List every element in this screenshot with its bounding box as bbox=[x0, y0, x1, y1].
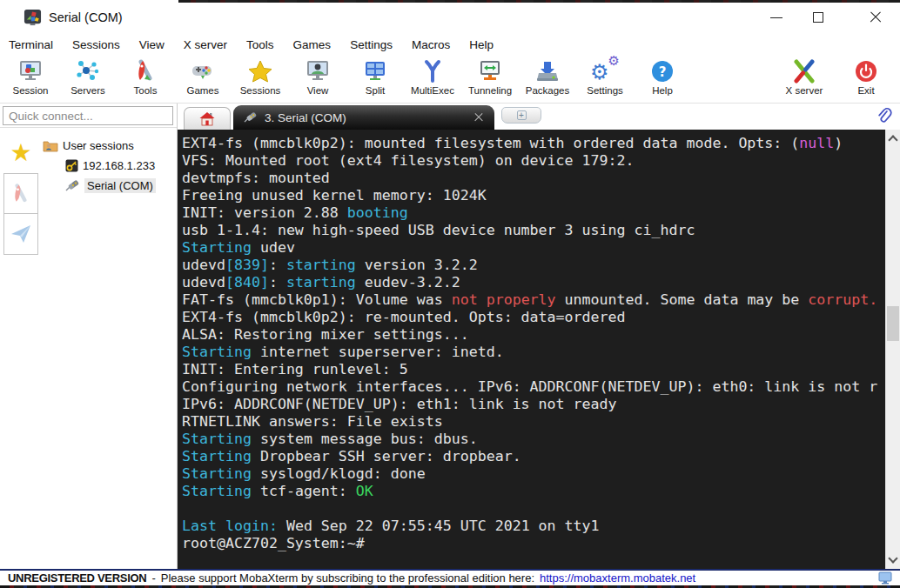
tree-label: Serial (COM) bbox=[84, 178, 156, 193]
svg-text:?: ? bbox=[659, 63, 667, 79]
status-monitor-icon bbox=[878, 571, 892, 585]
main-area: ★ bbox=[0, 104, 900, 569]
terminal-scrollbar[interactable] bbox=[885, 130, 900, 569]
mobaxterm-logo-icon bbox=[24, 9, 42, 27]
servers-icon bbox=[75, 57, 101, 84]
scrollbar-thumb[interactable] bbox=[887, 306, 899, 341]
toolbar-label: Packages bbox=[526, 85, 570, 96]
tree-item-ssh-session[interactable]: 192.168.1.233 bbox=[41, 156, 177, 176]
toolbar-tools-button[interactable]: Tools bbox=[117, 57, 174, 96]
multiexec-icon bbox=[420, 57, 446, 84]
toolbar-session-button[interactable]: Session bbox=[2, 57, 59, 96]
view-icon bbox=[305, 57, 331, 84]
clipped-content-strip-top bbox=[178, 0, 900, 3]
toolbar-games-button[interactable]: Games bbox=[174, 57, 232, 96]
toolbar-label: Tunneling bbox=[468, 85, 512, 96]
scroll-up-icon[interactable] bbox=[888, 135, 897, 144]
toolbar-label: Exit bbox=[857, 85, 874, 96]
tools-knife-icon bbox=[132, 57, 158, 84]
packages-icon bbox=[534, 57, 561, 84]
toolbar-view-button[interactable]: View bbox=[289, 57, 346, 96]
session-icon bbox=[17, 57, 44, 84]
serial-plug-icon bbox=[244, 111, 258, 124]
games-icon bbox=[189, 57, 217, 84]
scroll-down-icon[interactable] bbox=[888, 553, 897, 563]
tree-label: 192.168.1.233 bbox=[83, 159, 155, 172]
exit-power-icon bbox=[854, 57, 878, 84]
sessions-star-icon bbox=[247, 57, 273, 84]
toolbar-label: Split bbox=[366, 85, 385, 96]
toolbar-multiexec-button[interactable]: MultiExec bbox=[404, 57, 461, 96]
menu-item-games[interactable]: Games bbox=[284, 38, 341, 51]
toolbar-tunneling-button[interactable]: Tunneling bbox=[461, 57, 519, 96]
paper-plane-icon bbox=[10, 224, 32, 244]
sidebar-sessions-star-button[interactable]: ★ bbox=[3, 132, 38, 173]
window-title: Serial (COM) bbox=[49, 10, 123, 24]
tree-root-user-sessions[interactable]: User sessions bbox=[41, 136, 177, 156]
unregistered-version-label: UNREGISTERED VERSION bbox=[8, 571, 146, 585]
terminal-wrapper: EXT4-fs (mmcblk0p2): mounted filesystem … bbox=[178, 130, 900, 569]
status-separator: - bbox=[151, 571, 155, 585]
menu-item-xserver[interactable]: X server bbox=[174, 38, 237, 51]
toolbar-sessions-button[interactable]: Sessions bbox=[232, 57, 289, 96]
help-icon: ? bbox=[650, 57, 675, 84]
sidebar-body: ★ bbox=[0, 127, 177, 569]
tree-item-serial-session[interactable]: Serial (COM) bbox=[41, 176, 177, 196]
terminal-output[interactable]: EXT4-fs (mmcblk0p2): mounted filesystem … bbox=[178, 130, 885, 569]
toolbar-label: Help bbox=[652, 85, 673, 96]
toolbar-help-button[interactable]: ? Help bbox=[634, 57, 691, 96]
sidebar-icon-strip: ★ bbox=[0, 128, 41, 569]
toolbar-label: Games bbox=[186, 85, 218, 96]
menu-bar: Terminal Sessions View X server Tools Ga… bbox=[0, 35, 900, 54]
user-folder-icon bbox=[43, 139, 58, 152]
paperclip-attach-icon[interactable] bbox=[876, 106, 893, 125]
title-bar: Serial (COM) bbox=[0, 0, 900, 35]
terminal-panel: 3. Serial (COM) + EXT4-fs (mmcblk0p2): m… bbox=[178, 104, 900, 569]
toolbar-label: X server bbox=[786, 85, 823, 96]
status-bar: UNREGISTERED VERSION - Please support Mo… bbox=[0, 569, 900, 585]
toolbar-xserver-button[interactable]: X server bbox=[768, 57, 841, 96]
tab-bar: 3. Serial (COM) + bbox=[178, 104, 900, 130]
new-tab-button[interactable]: + bbox=[501, 107, 541, 124]
toolbar-servers-button[interactable]: Servers bbox=[59, 57, 117, 96]
toolbar-settings-button[interactable]: ⚙ ⚙ Settings bbox=[576, 57, 634, 96]
mobatek-link[interactable]: https://mobaxterm.mobatek.net bbox=[540, 571, 695, 585]
home-tab[interactable] bbox=[184, 107, 231, 130]
tools-knife-icon bbox=[10, 183, 32, 205]
toolbar-split-button[interactable]: Split bbox=[346, 57, 404, 96]
serial-plug-icon bbox=[65, 179, 80, 192]
status-message: Please support MobaXterm by subscribing … bbox=[161, 571, 534, 585]
menu-item-tools[interactable]: Tools bbox=[237, 38, 284, 51]
close-button[interactable] bbox=[856, 0, 895, 35]
close-icon bbox=[870, 11, 882, 23]
sidebar-macros-button[interactable] bbox=[3, 214, 38, 255]
toolbar-label: MultiExec bbox=[411, 85, 454, 96]
menu-item-sessions[interactable]: Sessions bbox=[63, 38, 130, 51]
menu-item-settings[interactable]: Settings bbox=[340, 38, 402, 51]
star-icon: ★ bbox=[10, 141, 31, 165]
toolbar-label: View bbox=[307, 85, 329, 96]
sidebar-tools-button[interactable] bbox=[3, 173, 38, 214]
session-tree: User sessions 192.168.1.233 bbox=[41, 128, 177, 569]
active-tab-label: 3. Serial (COM) bbox=[265, 111, 346, 124]
plus-icon: + bbox=[517, 110, 527, 120]
minimize-icon bbox=[770, 17, 782, 18]
menu-item-help[interactable]: Help bbox=[460, 38, 503, 51]
tab-close-icon[interactable] bbox=[474, 112, 484, 123]
home-icon bbox=[199, 111, 215, 126]
settings-gears-icon: ⚙ ⚙ bbox=[592, 57, 618, 84]
quick-connect-input[interactable] bbox=[3, 106, 173, 125]
minimize-button[interactable] bbox=[757, 0, 796, 35]
menu-item-view[interactable]: View bbox=[130, 38, 174, 51]
menu-item-macros[interactable]: Macros bbox=[402, 38, 460, 51]
toolbar-label: Session bbox=[13, 85, 49, 96]
tunneling-icon bbox=[477, 57, 503, 84]
toolbar-label: Tools bbox=[134, 85, 158, 96]
tree-label: User sessions bbox=[63, 139, 134, 152]
mobaxterm-window: Serial (COM) Terminal Sessions View X se… bbox=[0, 0, 900, 588]
toolbar-packages-button[interactable]: Packages bbox=[519, 57, 576, 96]
active-tab-serial[interactable]: 3. Serial (COM) bbox=[233, 105, 494, 130]
maximize-button[interactable] bbox=[799, 0, 837, 35]
toolbar-exit-button[interactable]: Exit bbox=[841, 57, 891, 96]
menu-item-terminal[interactable]: Terminal bbox=[9, 38, 63, 51]
